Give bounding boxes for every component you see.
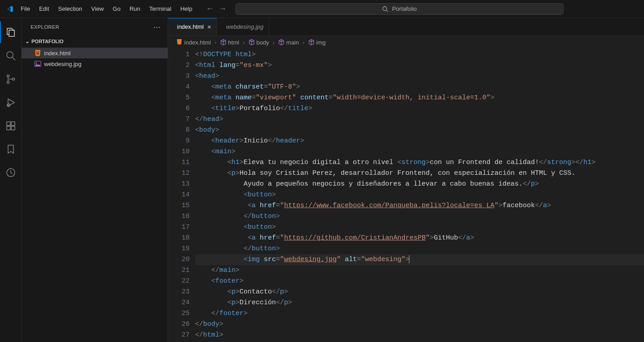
code-lines[interactable]: <!DOCTYPE html><html lang="es-mx"><head>… — [195, 49, 644, 342]
menu-run[interactable]: Run — [125, 0, 145, 18]
breadcrumb-img[interactable]: img — [308, 39, 326, 46]
svg-line-1 — [386, 10, 388, 12]
timeline-activity-icon[interactable] — [0, 162, 22, 183]
run-debug-activity-icon[interactable] — [0, 92, 22, 113]
folder-header[interactable]: ⌄ PORTAFOLIO — [22, 36, 168, 47]
svg-rect-8 — [7, 122, 10, 125]
tab-webdesing.jpg[interactable]: webdesing.jpg — [217, 18, 269, 36]
source-control-activity-icon[interactable] — [0, 68, 22, 90]
search-activity-icon[interactable] — [0, 45, 22, 67]
menu-selection[interactable]: Selection — [53, 0, 86, 18]
explorer-more-icon[interactable]: ⋯ — [153, 23, 161, 31]
svg-point-6 — [12, 78, 14, 80]
tab-index.html[interactable]: index.html× — [168, 18, 217, 36]
menu-edit[interactable]: Edit — [35, 0, 53, 18]
menu-file[interactable]: File — [16, 0, 35, 18]
svg-point-2 — [7, 52, 13, 58]
close-icon[interactable]: × — [207, 23, 211, 31]
svg-rect-9 — [7, 126, 10, 130]
search-icon — [382, 6, 388, 12]
bookmark-activity-icon[interactable] — [0, 138, 22, 160]
menu-view[interactable]: View — [87, 0, 108, 18]
breadcrumb-body[interactable]: body — [249, 39, 269, 46]
vscode-logo-icon — [4, 5, 16, 13]
breadcrumbs[interactable]: index.html›html›body›main›img — [168, 36, 644, 49]
activity-bar — [0, 18, 22, 342]
svg-line-3 — [12, 57, 15, 60]
breadcrumb-index.html[interactable]: index.html — [176, 39, 211, 46]
nav-back-icon[interactable]: ← — [206, 4, 214, 13]
nav-forward-icon[interactable]: → — [218, 4, 227, 13]
file-webdesing.jpg[interactable]: webdesing.jpg — [22, 58, 168, 69]
folder-name: PORTAFOLIO — [31, 39, 63, 44]
explorer-title: EXPLORER — [31, 24, 59, 30]
explorer-sidebar: EXPLORER ⋯ ⌄ PORTAFOLIO index.htmlwebdes… — [22, 18, 168, 342]
breadcrumb-main[interactable]: main — [278, 39, 299, 46]
svg-point-5 — [7, 81, 9, 84]
code-editor[interactable]: 1234567891011121314151617181920212223242… — [168, 49, 644, 342]
svg-point-4 — [7, 75, 9, 77]
svg-rect-11 — [11, 122, 15, 125]
svg-point-14 — [36, 62, 37, 64]
main-menu: FileEditSelectionViewGoRunTerminalHelp — [16, 0, 197, 18]
chevron-down-icon: ⌄ — [25, 38, 30, 44]
file-tree: index.htmlwebdesing.jpg — [22, 47, 168, 69]
command-center-search[interactable]: Portafolio — [235, 3, 564, 15]
file-index.html[interactable]: index.html — [22, 48, 168, 58]
search-label: Portafolio — [392, 5, 417, 12]
line-numbers: 1234567891011121314151617181920212223242… — [168, 49, 195, 342]
editor-tabs: index.html×webdesing.jpg — [168, 18, 644, 36]
editor-group: index.html×webdesing.jpg index.html›html… — [168, 18, 644, 342]
extensions-activity-icon[interactable] — [0, 115, 22, 137]
menu-help[interactable]: Help — [176, 0, 197, 18]
menu-terminal[interactable]: Terminal — [145, 0, 176, 18]
svg-rect-10 — [11, 126, 15, 130]
menu-go[interactable]: Go — [108, 0, 125, 18]
explorer-activity-icon[interactable] — [0, 22, 22, 43]
breadcrumb-html[interactable]: html — [220, 39, 240, 46]
title-bar: FileEditSelectionViewGoRunTerminalHelp ←… — [0, 0, 644, 18]
svg-point-0 — [383, 6, 387, 10]
